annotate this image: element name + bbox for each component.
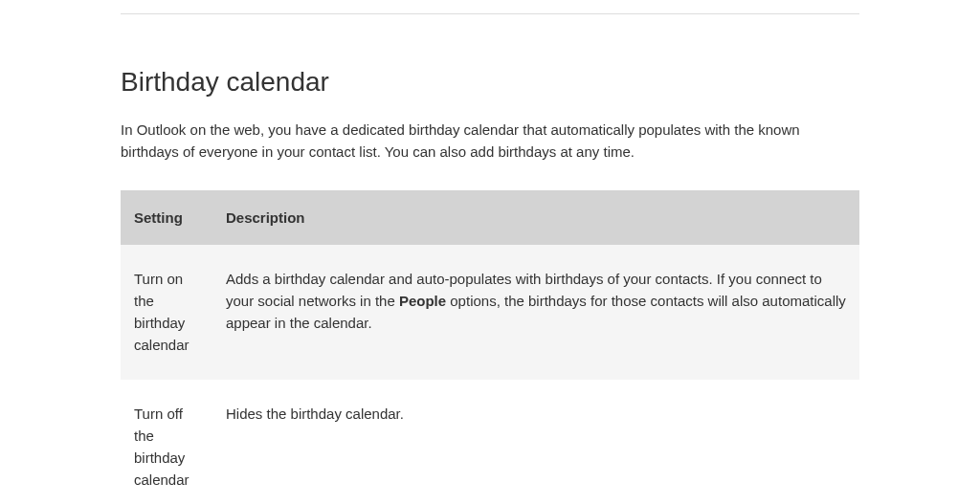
table-header-setting: Setting <box>121 190 212 245</box>
section-intro: In Outlook on the web, you have a dedica… <box>121 119 859 164</box>
section-heading: Birthday calendar <box>121 67 859 98</box>
section-divider-top <box>121 13 859 14</box>
settings-table: Setting Description Turn on the birthday… <box>121 190 859 505</box>
desc-bold-term: People <box>399 293 446 309</box>
description-cell: Adds a birthday calendar and auto-popula… <box>212 245 859 380</box>
desc-text-before: Hides the birthday calendar. <box>226 405 404 422</box>
setting-cell: Turn on the birthday calendar <box>121 245 212 380</box>
table-row: Turn off the birthday calendar Hides the… <box>121 380 859 505</box>
setting-cell: Turn off the birthday calendar <box>121 380 212 505</box>
table-header-description: Description <box>212 190 859 245</box>
table-row: Turn on the birthday calendar Adds a bir… <box>121 245 859 380</box>
description-cell: Hides the birthday calendar. <box>212 380 859 505</box>
